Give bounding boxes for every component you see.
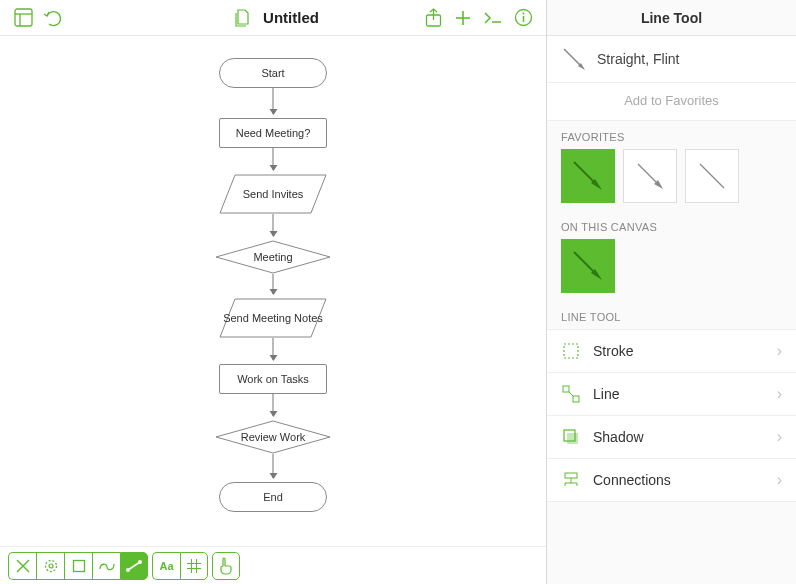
chevron-right-icon: ›: [777, 428, 782, 446]
node-end[interactable]: End: [219, 482, 327, 512]
chevron-right-icon: ›: [777, 342, 782, 360]
edge: [273, 274, 274, 294]
svg-rect-0: [15, 9, 32, 26]
document-title[interactable]: Untitled: [263, 9, 319, 26]
shape-tool[interactable]: [36, 552, 64, 580]
line-tool[interactable]: [120, 552, 148, 580]
svg-line-33: [700, 164, 724, 188]
node-label: Send Invites: [243, 188, 304, 201]
inspector-panel: Line Tool Straight, Flint Add to Favorit…: [547, 0, 796, 584]
line-icon: [561, 384, 581, 404]
node-label: Meeting: [253, 251, 292, 264]
svg-rect-42: [565, 473, 577, 478]
svg-point-18: [49, 564, 53, 568]
favorite-thin-arrow[interactable]: [623, 149, 677, 203]
edge: [273, 454, 274, 478]
line-style-icon: [561, 46, 587, 72]
tool-tray: Aa: [0, 546, 546, 584]
favorite-thick-arrow[interactable]: [561, 149, 615, 203]
text-tool[interactable]: Aa: [152, 552, 180, 580]
share-button[interactable]: [418, 4, 448, 32]
edge: [273, 338, 274, 360]
edge: [273, 394, 274, 416]
favorites-row: [547, 149, 796, 211]
on-canvas-label: ON THIS CANVAS: [547, 211, 796, 239]
svg-line-39: [569, 392, 573, 396]
rect-tool[interactable]: [64, 552, 92, 580]
node-need-meeting[interactable]: Need Meeting?: [219, 118, 327, 148]
on-canvas-row: [547, 239, 796, 301]
node-label: Start: [261, 67, 284, 80]
shadow-icon: [561, 427, 581, 447]
node-meeting[interactable]: Meeting: [215, 240, 331, 274]
svg-rect-38: [573, 396, 579, 402]
edge: [273, 214, 274, 236]
selection-tool[interactable]: [8, 552, 36, 580]
current-style-name: Straight, Flint: [597, 51, 679, 67]
documents-button[interactable]: [227, 4, 257, 32]
row-label: Connections: [593, 472, 765, 488]
canvas-style-tile[interactable]: [561, 239, 615, 293]
line-tool-label: LINE TOOL: [547, 301, 796, 329]
svg-line-27: [564, 49, 582, 67]
node-start[interactable]: Start: [219, 58, 327, 88]
shadow-row[interactable]: Shadow ›: [547, 416, 796, 459]
svg-point-9: [522, 13, 524, 15]
chevron-right-icon: ›: [777, 471, 782, 489]
undo-button[interactable]: [38, 4, 68, 32]
row-label: Line: [593, 386, 765, 402]
svg-rect-19: [73, 560, 84, 571]
chevron-right-icon: ›: [777, 385, 782, 403]
favorites-label: FAVORITES: [547, 121, 796, 149]
svg-rect-36: [564, 344, 578, 358]
stroke-icon: [561, 341, 581, 361]
node-send-invites[interactable]: Send Invites: [219, 174, 327, 214]
node-work-tasks[interactable]: Work on Tasks: [219, 364, 327, 394]
stroke-row[interactable]: Stroke ›: [547, 330, 796, 373]
row-label: Stroke: [593, 343, 765, 359]
console-button[interactable]: [478, 4, 508, 32]
canvas[interactable]: Start Need Meeting? Send Invites Meeting…: [0, 36, 546, 546]
svg-rect-40: [567, 433, 578, 444]
add-to-favorites-button[interactable]: Add to Favorites: [547, 83, 796, 121]
favorite-plain-line[interactable]: [685, 149, 739, 203]
drawer-button[interactable]: [8, 4, 38, 32]
node-label: End: [263, 491, 283, 504]
svg-point-17: [45, 560, 56, 571]
connections-row[interactable]: Connections ›: [547, 459, 796, 502]
current-style-row[interactable]: Straight, Flint: [547, 36, 796, 83]
edge: [273, 148, 274, 170]
grid-tool[interactable]: [180, 552, 208, 580]
svg-line-22: [130, 563, 139, 569]
node-label: Need Meeting?: [236, 127, 311, 140]
node-review-work[interactable]: Review Work: [215, 420, 331, 454]
svg-rect-37: [563, 386, 569, 392]
node-label: Review Work: [241, 431, 306, 444]
connections-icon: [561, 470, 581, 490]
add-button[interactable]: [448, 4, 478, 32]
edge: [273, 88, 274, 114]
touch-tool[interactable]: [212, 552, 240, 580]
node-label: Send Meeting Notes: [223, 312, 323, 325]
line-row[interactable]: Line ›: [547, 373, 796, 416]
node-label: Work on Tasks: [237, 373, 309, 386]
main-toolbar: Untitled: [0, 0, 546, 36]
row-label: Shadow: [593, 429, 765, 445]
inspector-title: Line Tool: [547, 0, 796, 36]
freehand-tool[interactable]: [92, 552, 120, 580]
info-button[interactable]: [508, 4, 538, 32]
node-send-notes[interactable]: Send Meeting Notes: [219, 298, 327, 338]
